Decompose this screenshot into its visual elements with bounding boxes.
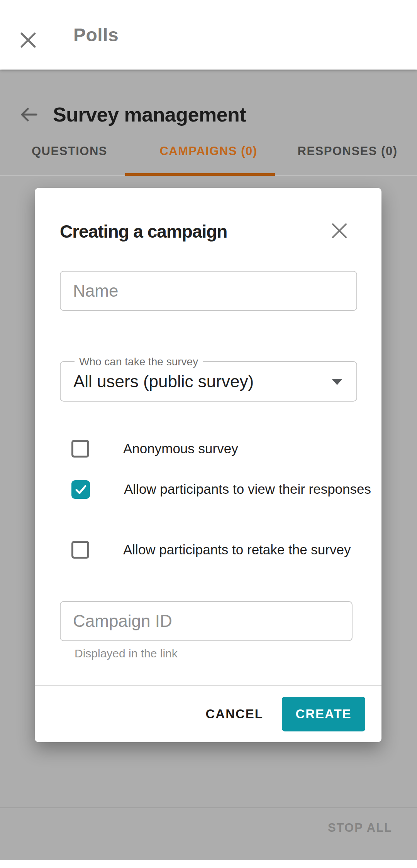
tab-campaigns[interactable]: CAMPAIGNS (0) [139,127,278,175]
close-icon[interactable] [19,31,37,49]
active-tab-indicator [125,173,275,176]
retake-survey-checkbox[interactable] [71,541,89,559]
stop-all-button[interactable]: STOP ALL [328,821,392,835]
check-icon [73,482,88,497]
checkbox-label: Allow participants to view their respons… [124,479,371,499]
cancel-button[interactable]: CANCEL [197,699,273,729]
campaign-id-helper-text: Displayed in the link [75,647,178,660]
screen: Polls Survey management QUESTIONS CAMPAI… [0,0,417,868]
chevron-down-icon [332,379,342,385]
dimmed-background: Survey management QUESTIONS CAMPAIGNS (0… [0,70,417,860]
checkbox-row-retake-survey: Allow participants to retake the survey [71,540,351,560]
tab-bar: QUESTIONS CAMPAIGNS (0) RESPONSES (0) [0,127,417,176]
dialog-close-icon[interactable] [329,220,350,241]
dialog-actions: CANCEL CREATE [35,686,381,742]
campaign-id-input[interactable] [60,601,353,641]
create-button[interactable]: CREATE [282,697,365,731]
tab-responses[interactable]: RESPONSES (0) [278,127,417,175]
view-responses-checkbox[interactable] [71,480,90,499]
dialog-title: Creating a campaign [60,221,227,242]
audience-select[interactable]: Who can take the survey All users (publi… [60,361,357,402]
page-title: Polls [73,0,119,69]
audience-select-value: All users (public survey) [73,362,254,401]
checkbox-label: Allow participants to retake the survey [123,540,351,560]
tab-questions[interactable]: QUESTIONS [0,127,139,175]
back-arrow-icon[interactable] [19,105,39,124]
anonymous-survey-checkbox[interactable] [71,440,89,458]
name-input[interactable] [60,271,357,311]
checkbox-row-view-responses: Allow participants to view their respons… [71,479,371,499]
checkbox-label: Anonymous survey [123,439,238,459]
checkbox-row-anonymous: Anonymous survey [71,439,238,459]
bottom-strip [0,860,417,868]
top-app-bar: Polls [0,0,417,69]
create-campaign-dialog: Creating a campaign Who can take the sur… [35,188,381,742]
bottom-divider [0,807,417,808]
